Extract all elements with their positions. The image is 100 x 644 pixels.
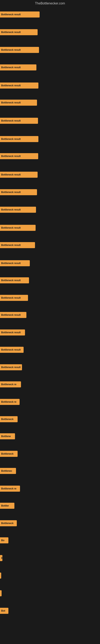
bottleneck-result-label: Bottleneck re	[1, 400, 16, 403]
bottleneck-result-bar: Bottleneck result	[0, 330, 25, 336]
bottleneck-result-bar: Bottleneck result	[0, 242, 35, 248]
bottleneck-result-bar: B	[0, 555, 2, 561]
bottleneck-result-label: Bottler	[1, 504, 9, 507]
bottleneck-result-bar: Bottleneck result	[0, 260, 30, 266]
bottleneck-result-bar: Bottleneck result	[0, 312, 26, 318]
bottleneck-result-label: Bottleneck result	[1, 191, 21, 194]
bottleneck-result-label: Bottleneck result	[1, 31, 21, 34]
bottleneck-result-label: Bottleneck result	[1, 208, 21, 211]
bottleneck-result-bar: Bottleneck result	[0, 29, 38, 35]
bottleneck-result-label: Bottleneck result	[1, 13, 21, 16]
bottleneck-result-bar: Bottleneck result	[0, 347, 24, 353]
bottleneck-result-bar	[0, 590, 1, 596]
bottleneck-result-label: Bottleneck result	[1, 262, 21, 265]
bottleneck-result-label: Bottleneck result	[1, 101, 21, 104]
bottleneck-result-bar: Bottleneck	[0, 416, 18, 422]
bottleneck-result-label: Bottleneck result	[1, 244, 21, 246]
bottleneck-result-bar: Bottleneck result	[0, 364, 22, 370]
bottleneck-result-bar: Bottleneck result	[0, 189, 37, 195]
bottleneck-result-bar	[0, 572, 1, 578]
bottleneck-result-bar: Bottleneck result	[0, 64, 36, 70]
bottleneck-result-bar: Bottleneck result	[0, 136, 38, 142]
bottleneck-result-label: Bottleneck result	[1, 84, 21, 87]
bottleneck-result-label: Bottleneck result	[1, 138, 21, 140]
site-title: TheBottlenecker.com	[0, 0, 100, 8]
bottleneck-result-bar: Bottleneck result	[0, 47, 39, 53]
bottleneck-result-label: Bottleneck result	[1, 366, 21, 369]
bottleneck-result-label: Bottleneck result	[1, 331, 21, 334]
bottleneck-result-bar: Bottler	[0, 503, 14, 509]
bottleneck-result-label: Bottleneck result	[1, 296, 21, 299]
bottleneck-result-label: Bottleneck result	[1, 48, 21, 51]
bottleneck-result-bar: Bottlenec	[0, 468, 16, 474]
bottleneck-result-bar: Bottleneck re	[0, 399, 20, 405]
bottleneck-result-bar: Bottleneck result	[0, 118, 38, 124]
bottleneck-result-bar: Bottleneck result	[0, 12, 40, 18]
bottleneck-result-label: Bottleneck re	[1, 383, 16, 386]
bottleneck-result-label: Bo	[1, 539, 4, 542]
bottleneck-result-label: Bottleneck	[1, 452, 13, 455]
bottleneck-result-label: Bottleneck	[1, 418, 13, 420]
bottleneck-result-label: Bottleneck result	[1, 279, 21, 282]
bottleneck-result-bar: Bottleneck result	[0, 207, 36, 213]
bottleneck-result-label: B	[1, 557, 2, 560]
bottleneck-result-bar: Bottleneck result	[0, 100, 37, 106]
bottleneck-result-label: Bottlenec	[1, 470, 12, 472]
bottleneck-result-label: Bottleneck re	[1, 487, 16, 490]
bottleneck-result-bar: Bottleneck result	[0, 172, 38, 178]
bottleneck-result-bar: Bottleneck result	[0, 225, 36, 231]
bottleneck-result-label: Bottlene	[1, 435, 11, 438]
bottleneck-result-bar: Bottleneck re	[0, 486, 20, 492]
bottleneck-result-bar: Bottleneck	[0, 451, 18, 457]
bottleneck-result-bar: Bottleneck result	[0, 153, 38, 159]
bottleneck-result-bar: Bot	[0, 608, 8, 614]
bottleneck-result-bar: Bottlene	[0, 433, 15, 439]
bottleneck-result-label: Bottleneck result	[1, 226, 21, 229]
bottleneck-result-bar: Bottleneck re	[0, 381, 21, 388]
bottleneck-result-label: Bottleneck	[1, 522, 13, 525]
bottleneck-result-bar: Bottleneck result	[0, 82, 38, 88]
bottleneck-result-label: Bot	[1, 610, 5, 612]
bottleneck-result-label: Bottleneck result	[1, 173, 21, 176]
bottleneck-result-label: Bottleneck result	[1, 314, 21, 316]
bottleneck-result-bar: Bottleneck result	[0, 295, 28, 301]
bottleneck-result-label: Bottleneck result	[1, 119, 21, 122]
bottleneck-result-bar: Bottleneck	[0, 520, 17, 526]
bottleneck-result-bar: Bottleneck result	[0, 277, 29, 283]
bottleneck-result-label: Bottleneck result	[1, 155, 21, 158]
bottleneck-result-label: Bottleneck result	[1, 348, 21, 351]
bottleneck-result-label: Bottleneck result	[1, 66, 21, 69]
bottleneck-result-bar: Bo	[0, 537, 8, 544]
